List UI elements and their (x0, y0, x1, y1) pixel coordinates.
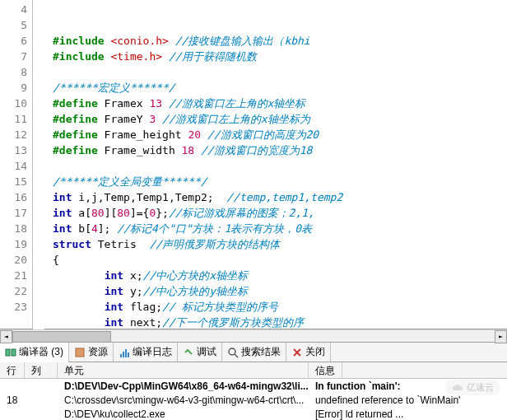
debug-icon (183, 347, 194, 358)
bottom-panel-tabs: 编译器 (3) 资源 编译日志 调试 搜索结果 关闭 (0, 343, 507, 362)
close-icon (291, 347, 303, 358)
svg-point-7 (229, 348, 235, 355)
line-number-gutter: 4567891011121314151617181920212223 (0, 0, 33, 329)
resources-icon (74, 347, 86, 358)
cloud-icon (452, 384, 463, 392)
code-line[interactable]: /******定义全局变量******/ (53, 174, 507, 189)
code-line[interactable]: #include <conio.h> //接收键盘输入输出（kbhi (53, 33, 507, 49)
line-number: 12 (0, 127, 27, 142)
tab-search-results-label: 搜索结果 (241, 345, 281, 359)
line-number: 23 (0, 299, 27, 315)
svg-rect-6 (128, 352, 129, 357)
col-col-header: 列 (25, 362, 58, 378)
error-cell-msg: In function `main': (309, 380, 407, 392)
tab-compile-log[interactable]: 编译日志 (114, 343, 178, 362)
code-line[interactable]: int a[80][80]={0};//标记游戏屏幕的图案；2,1, (53, 205, 507, 221)
error-panel-body: D:\DEV\Dev-Cpp\MinGW64\x86_64-w64-mingw3… (0, 379, 507, 420)
line-number: 15 (0, 174, 27, 189)
compile-log-icon (119, 347, 130, 358)
svg-rect-5 (125, 349, 127, 357)
error-cell-unit: C:\crossdev\src\mingw-w64-v3-git\mingw-w… (58, 394, 309, 406)
tab-compiler-label: 编译器 (3) (19, 345, 63, 359)
error-cell-line: 18 (0, 394, 25, 406)
scroll-right-button[interactable]: ► (495, 330, 507, 343)
watermark: 亿速云 (445, 380, 500, 395)
error-row[interactable]: D:\DEV\Dev-Cpp\MinGW64\x86_64-w64-mingw3… (0, 379, 507, 393)
code-line[interactable] (53, 64, 507, 80)
code-area[interactable]: #include <conio.h> //接收键盘输入输出（kbhi#inclu… (33, 0, 507, 329)
code-line[interactable]: #define Framex 13 //游戏窗口左上角的x轴坐标 (53, 96, 507, 111)
code-line[interactable]: int b[4]; //标记4个"口"方块：1表示有方块，0表 (53, 221, 507, 236)
error-cell-msg: undefined reference to `WinMain' (309, 394, 467, 406)
svg-rect-2 (76, 348, 84, 357)
tab-debug[interactable]: 调试 (178, 343, 222, 362)
code-editor[interactable]: 4567891011121314151617181920212223 − #in… (0, 0, 507, 329)
svg-rect-4 (123, 352, 124, 357)
code-line[interactable]: #include <time.h> //用于获得随机数 (53, 49, 507, 64)
code-line[interactable]: int x;//中心方块的x轴坐标 (53, 268, 507, 283)
code-line[interactable]: #define Frame_width 18 //游戏窗口的宽度为18 (53, 142, 507, 158)
line-number: 14 (0, 158, 27, 174)
col-unit-header: 单元 (58, 362, 309, 378)
line-number: 22 (0, 283, 27, 299)
col-message-header: 信息 (309, 362, 342, 378)
tab-debug-label: 调试 (197, 345, 216, 359)
line-number: 18 (0, 221, 27, 236)
tab-close-label: 关闭 (305, 345, 325, 359)
tab-compiler[interactable]: 编译器 (3) (0, 343, 69, 362)
svg-line-8 (235, 354, 238, 357)
line-number: 9 (0, 80, 27, 96)
compiler-icon (5, 347, 16, 358)
search-icon (227, 347, 239, 358)
error-cell-unit: D:\DEV\ku\collect2.exe (58, 408, 309, 420)
line-number: 19 (0, 236, 27, 252)
error-row[interactable]: 18C:\crossdev\src\mingw-w64-v3-git\mingw… (0, 393, 507, 407)
code-line[interactable]: int i,j,Temp,Temp1,Temp2; //temp,temp1,t… (53, 189, 507, 205)
line-number: 4 (0, 2, 27, 17)
code-line[interactable]: { (53, 252, 507, 268)
svg-rect-3 (120, 354, 122, 357)
error-cell-msg: [Error] ld returned ... (309, 408, 410, 420)
code-line[interactable]: int flag;// 标记方块类型的序号 (53, 299, 507, 315)
error-panel-header: 行 列 单元 信息 (0, 362, 507, 379)
code-line[interactable]: #define Frame_height 20 //游戏窗口的高度为20 (53, 127, 507, 142)
scroll-thumb[interactable] (12, 331, 111, 343)
error-row[interactable]: D:\DEV\ku\collect2.exe[Error] ld returne… (0, 407, 507, 420)
error-cell-unit: D:\DEV\Dev-Cpp\MinGW64\x86_64-w64-mingw3… (58, 380, 309, 392)
code-line[interactable] (53, 158, 507, 174)
line-number: 11 (0, 111, 27, 127)
code-line[interactable]: int next;//下一个俄罗斯方块类型的序 (53, 315, 507, 329)
line-number: 7 (0, 49, 27, 64)
line-number: 17 (0, 205, 27, 221)
line-number: 21 (0, 268, 27, 283)
scroll-left-button[interactable]: ◄ (0, 330, 12, 343)
tab-compile-log-label: 编译日志 (133, 345, 172, 359)
col-line-header: 行 (0, 362, 25, 378)
code-line[interactable]: int y;//中心方块的y轴坐标 (53, 283, 507, 299)
tab-search-results[interactable]: 搜索结果 (222, 343, 286, 362)
svg-rect-0 (6, 349, 10, 356)
line-number: 10 (0, 96, 27, 111)
tab-resources[interactable]: 资源 (69, 343, 114, 362)
tab-close[interactable]: 关闭 (286, 343, 331, 362)
code-line[interactable]: /******宏定义******/ (53, 80, 507, 96)
line-number: 6 (0, 33, 27, 49)
code-line[interactable]: struct Tetris //声明俄罗斯方块的结构体 (53, 236, 507, 252)
horizontal-scrollbar[interactable]: ◄ ► (0, 329, 507, 343)
line-number: 16 (0, 189, 27, 205)
line-number: 20 (0, 252, 27, 268)
svg-rect-1 (12, 349, 16, 356)
line-number: 13 (0, 142, 27, 158)
code-line[interactable]: #define FrameY 3 //游戏窗口左上角的x轴坐标为 (53, 111, 507, 127)
line-number: 5 (0, 17, 27, 33)
line-number: 8 (0, 64, 27, 80)
tab-resources-label: 资源 (88, 345, 108, 359)
